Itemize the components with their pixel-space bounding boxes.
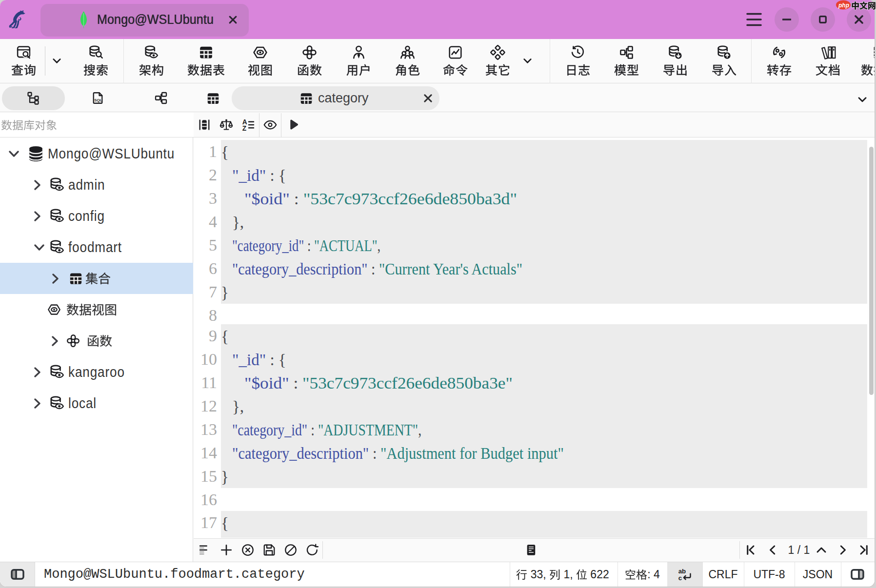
svg-text:c: c bbox=[678, 574, 682, 582]
svg-text:SQL: SQL bbox=[94, 98, 102, 102]
svg-text:Z: Z bbox=[242, 125, 246, 132]
svg-text:php: php bbox=[838, 2, 849, 9]
svg-text:ab: ab bbox=[678, 568, 686, 575]
